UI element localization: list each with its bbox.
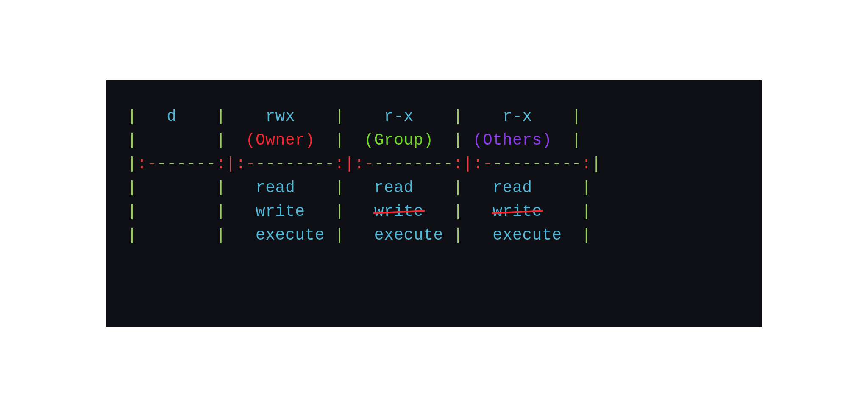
- group-code: r-x: [384, 107, 414, 125]
- row-separator: |:-------:|:---------:|:---------:|:----…: [106, 152, 762, 176]
- others-execute: execute: [492, 226, 562, 244]
- row-codes: | d | rwx | r-x | r-x |: [106, 105, 762, 128]
- row-read: | | read | read | read |: [106, 176, 762, 200]
- others-label: (Others): [473, 131, 552, 149]
- group-label: (Group): [364, 131, 433, 149]
- row-labels: | | (Owner) | (Group) | (Others) |: [106, 128, 762, 152]
- others-write-denied: write: [492, 200, 542, 223]
- owner-execute: execute: [256, 226, 325, 244]
- owner-write: write: [256, 202, 305, 220]
- owner-label: (Owner): [246, 131, 315, 149]
- permissions-diagram: | d | rwx | r-x | r-x | | | (Owner) | (G…: [106, 80, 762, 327]
- owner-code: rwx: [265, 107, 295, 125]
- others-read: read: [492, 178, 532, 197]
- others-code: r-x: [503, 107, 532, 125]
- row-execute: | | execute | execute | execute |: [106, 223, 762, 247]
- row-write: | | write | write | write |: [106, 200, 762, 223]
- type-code: d: [167, 107, 176, 125]
- group-read: read: [374, 178, 414, 197]
- owner-read: read: [256, 178, 295, 197]
- group-write-denied: write: [374, 200, 424, 223]
- group-execute: execute: [374, 226, 443, 244]
